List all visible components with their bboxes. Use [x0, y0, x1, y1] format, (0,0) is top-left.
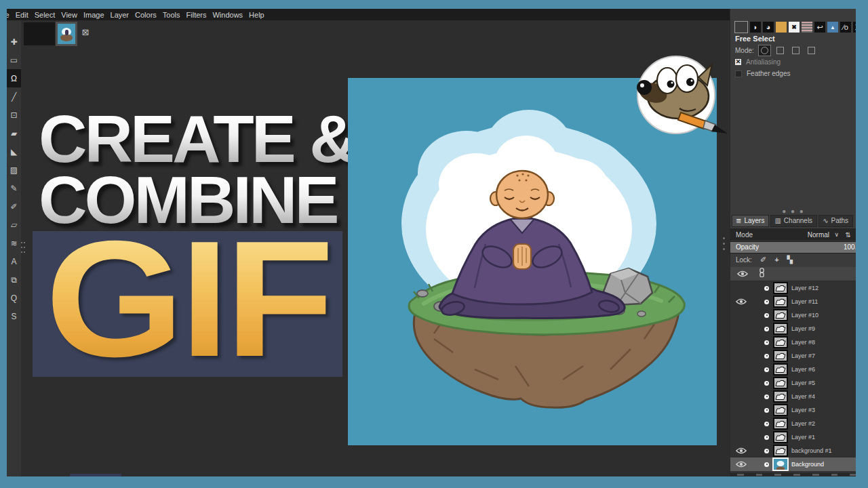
brushes-icon[interactable]: ◗ [750, 22, 761, 33]
mode-group-cycle-icon[interactable]: ⇅ [846, 231, 851, 239]
menu-colors[interactable]: Colors [135, 11, 157, 19]
fonts-icon[interactable]: ✖ [789, 22, 800, 33]
rectangle-select-tool[interactable]: ▭ [7, 51, 21, 69]
menu-image[interactable]: Image [83, 11, 104, 19]
layer-mode-value[interactable]: Normal [808, 231, 829, 239]
crop-tool[interactable]: ⊡ [7, 106, 21, 124]
layer-row[interactable]: Layer #4 [730, 390, 856, 403]
chevron-down-icon[interactable]: ∨ [834, 231, 839, 238]
chain-link-icon[interactable] [759, 268, 765, 280]
gradients-icon[interactable] [802, 22, 812, 33]
layer-row[interactable]: Layer #7 [730, 349, 856, 363]
warp-tool[interactable]: S [7, 307, 21, 325]
opacity-slider[interactable]: Opacity 100.0 [730, 241, 856, 253]
menu-tools[interactable]: Tools [163, 11, 180, 19]
tab-paths[interactable]: ∿Paths [818, 215, 853, 227]
eraser-tool[interactable]: ▱ [7, 216, 21, 234]
layer-link-dot[interactable] [764, 327, 774, 331]
canvas-area[interactable]: ⊠ CREATE & COMBINE GIF [21, 20, 730, 476]
menu-edit[interactable]: Edit [16, 11, 28, 19]
antialiasing-checkbox[interactable]: ✕ [735, 59, 741, 65]
layer-row[interactable]: Layer #10 [730, 308, 856, 322]
layer-row[interactable]: Layer #3 [730, 403, 856, 417]
paintbrush-tool[interactable]: ✐ [7, 197, 21, 216]
duplicate-layer-button[interactable] [812, 474, 819, 476]
anchor-layer-button[interactable] [831, 474, 838, 476]
layer-link-dot[interactable] [764, 367, 774, 372]
layer-row[interactable]: Layer #12 [730, 281, 856, 295]
layer-link-dot[interactable] [764, 313, 774, 318]
airbrush-tool[interactable]: ≋ [7, 234, 21, 252]
pencil-tool[interactable]: ✎ [7, 179, 21, 197]
layer-mode-row[interactable]: Mode Normal ∨ ⇅ [730, 228, 856, 241]
layer-row[interactable]: Layer #5 [730, 376, 856, 390]
toolbox-grip-handle[interactable] [21, 242, 26, 256]
free-select-tool[interactable]: Ω [7, 69, 21, 87]
layer-row[interactable]: Layer #6 [730, 363, 856, 376]
visibility-toggle[interactable] [730, 461, 752, 468]
menu-layer[interactable]: Layer [111, 11, 130, 19]
bucket-fill-tool[interactable]: ◣ [7, 142, 21, 161]
layer-link-dot[interactable] [764, 408, 774, 413]
subtract-mode-button[interactable] [790, 45, 802, 56]
tab-layers[interactable]: ≣Layers [732, 215, 769, 227]
layer-link-dot[interactable] [764, 381, 774, 386]
layer-row[interactable]: Layer #8 [730, 336, 856, 349]
device-status-icon[interactable]: ∕o [840, 22, 851, 33]
lock-pixels-icon[interactable]: ✐ [760, 256, 766, 264]
patterns-icon[interactable] [776, 22, 787, 33]
layer-link-dot[interactable] [764, 286, 774, 291]
layer-group-icon [774, 337, 791, 348]
layer-row[interactable]: Layer #11 [730, 295, 856, 308]
menu-view[interactable]: View [61, 11, 77, 19]
image-tab[interactable] [56, 22, 77, 46]
layer-link-dot[interactable] [764, 354, 774, 359]
new-layer-button[interactable] [737, 474, 744, 476]
layer-link-dot[interactable] [764, 462, 774, 467]
lock-position-icon[interactable]: + [774, 256, 778, 264]
zoom-tool[interactable]: Q [7, 289, 21, 307]
new-group-button[interactable] [756, 474, 763, 476]
menu-file[interactable]: File [7, 11, 9, 19]
menu-help[interactable]: Help [249, 11, 264, 19]
clone-tool[interactable]: ⧉ [7, 270, 21, 289]
layer-link-dot[interactable] [764, 449, 774, 453]
move-tool[interactable]: ✚ [7, 33, 21, 51]
mypaint-brushes-icon[interactable]: ◕ [763, 22, 774, 33]
transform-tool[interactable]: ▰ [7, 124, 21, 142]
intersect-mode-button[interactable] [806, 45, 817, 56]
images-icon[interactable]: ▲ [827, 22, 838, 33]
layer-link-dot[interactable] [764, 422, 774, 426]
fuzzy-select-tool[interactable]: ╱ [7, 87, 21, 106]
visibility-toggle[interactable] [730, 447, 752, 454]
visibility-toggle[interactable] [730, 298, 752, 305]
raise-layer-button[interactable] [774, 474, 781, 476]
gradient-tool[interactable]: ▨ [7, 161, 21, 179]
display-icon[interactable] [734, 21, 748, 33]
transform-tool-icon: ▰ [11, 129, 17, 138]
menu-filters[interactable]: Filters [186, 11, 207, 19]
layer-row[interactable]: background #1 [730, 444, 856, 458]
layer-row[interactable]: Layer #9 [730, 322, 856, 336]
eraser-tool-icon: ▱ [11, 220, 17, 230]
layer-link-dot[interactable] [764, 435, 774, 440]
layer-link-dot[interactable] [764, 300, 774, 304]
eye-icon[interactable] [737, 268, 748, 280]
layer-link-dot[interactable] [764, 394, 774, 399]
layer-row[interactable]: Layer #1 [730, 430, 856, 444]
lock-alpha-icon[interactable]: ▚ [787, 256, 793, 264]
close-tab-icon[interactable]: ⊠ [80, 27, 91, 38]
dock-grip-handle[interactable] [723, 237, 725, 253]
menu-select[interactable]: Select [35, 11, 56, 19]
layer-row[interactable]: Layer #2 [730, 417, 856, 430]
undo-history-icon[interactable]: ↩ [814, 22, 825, 33]
layer-link-dot[interactable] [764, 340, 774, 345]
feather-edges-checkbox[interactable] [735, 70, 742, 77]
replace-mode-button[interactable] [759, 45, 770, 56]
lower-layer-button[interactable] [793, 474, 800, 476]
menu-windows[interactable]: Windows [212, 11, 243, 19]
layer-row[interactable]: Background [730, 458, 856, 471]
text-tool[interactable]: A [7, 252, 21, 270]
add-mode-button[interactable] [774, 45, 786, 56]
tab-channels[interactable]: ▥Channels [770, 215, 817, 227]
